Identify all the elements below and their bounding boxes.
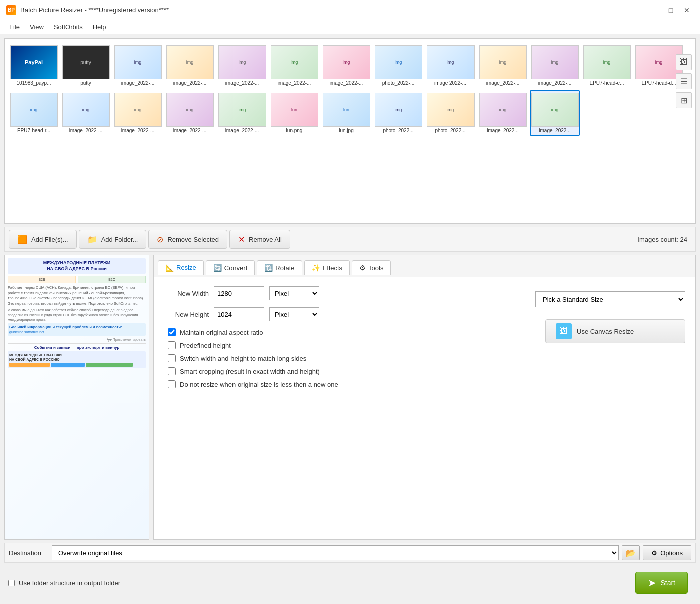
smart-cropping-row: Smart cropping (result in exact width an…: [164, 367, 520, 375]
thumbnail-item[interactable]: imgimage_2022-...: [165, 90, 215, 136]
tab-effects[interactable]: ✨ Effects: [304, 260, 350, 275]
menu-view[interactable]: View: [25, 22, 49, 32]
destination-folder-button[interactable]: 📂: [622, 545, 640, 560]
thumbnail-item[interactable]: imgimage_2022-...: [530, 43, 580, 88]
menu-softorbits[interactable]: SoftOrbits: [49, 22, 88, 32]
standard-size-select[interactable]: Pick a Standard Size 640x480 800x600 102…: [535, 291, 685, 307]
thumbnail-item[interactable]: imgimage_2022-...: [113, 43, 163, 88]
destination-select[interactable]: Overwrite original files Save to folder …: [52, 545, 619, 560]
thumbnail-item[interactable]: imgimage_2022-...: [217, 90, 267, 136]
use-folder-structure-checkbox[interactable]: [8, 580, 15, 586]
rotate-tab-icon: 🔃: [264, 264, 273, 272]
menu-file[interactable]: File: [4, 22, 25, 32]
remove-selected-icon: ⊘: [157, 235, 163, 244]
add-files-icon: 🟧: [17, 235, 27, 244]
width-unit-select[interactable]: Pixel Percent Inch Cm: [269, 286, 319, 300]
thumbnail-item[interactable]: imgimage_2022...: [478, 90, 528, 136]
close-button[interactable]: ✕: [680, 3, 694, 17]
start-button[interactable]: ➤ Start: [635, 572, 688, 594]
options-button[interactable]: ⚙ Options: [643, 545, 691, 560]
new-height-input[interactable]: [214, 307, 264, 321]
new-width-input[interactable]: [214, 286, 264, 300]
table-view-button[interactable]: ⊞: [676, 92, 692, 108]
smart-cropping-checkbox[interactable]: [168, 367, 176, 375]
thumbnail-item[interactable]: imgimage_2022...: [530, 90, 580, 136]
gallery-view-button[interactable]: 🖼: [676, 54, 692, 70]
effects-tab-icon: ✨: [312, 264, 320, 272]
preview-content: МЕЖДУНАРОДНЫЕ ПЛАТЕЖИНА СВОЙ АДРЕС В Рос…: [5, 255, 149, 539]
title-bar-text: Batch Picture Resizer - ****Unregistered…: [20, 6, 644, 14]
thumbnail-item[interactable]: imgEPU7-head-r...: [9, 90, 59, 136]
new-height-row: New Height Pixel Percent Inch Cm: [164, 307, 520, 321]
right-sidebar: 🖼 ☰ ⊞: [676, 54, 692, 108]
maintain-aspect-checkbox[interactable]: [168, 328, 176, 336]
thumbnail-item[interactable]: imgimage_2022-...: [321, 43, 371, 88]
main-container: PayPal101983_payp...puttyputtyimgimage_2…: [0, 34, 700, 604]
resize-tab-icon: 📐: [165, 264, 174, 272]
add-files-button[interactable]: 🟧 Add File(s)...: [9, 230, 77, 249]
tab-resize[interactable]: 📐 Resize: [158, 260, 204, 275]
title-bar-controls: — □ ✕: [648, 3, 694, 17]
app-icon: BP: [6, 5, 16, 15]
thumbnail-item[interactable]: puttyputty: [61, 43, 111, 88]
convert-tab-icon: 🔄: [213, 264, 222, 272]
thumbnail-item[interactable]: imgimage 2022-...: [425, 43, 476, 88]
predefined-height-checkbox[interactable]: [168, 341, 176, 349]
title-bar: BP Batch Picture Resizer - ****Unregiste…: [0, 0, 700, 20]
predefined-height-label: Predefined height: [180, 342, 231, 349]
thumbnail-item[interactable]: imgimage_2022-...: [478, 43, 528, 88]
thumbnail-item[interactable]: imgimage_2022-...: [165, 43, 215, 88]
thumbnail-item[interactable]: PayPal101983_payp...: [9, 43, 59, 88]
remove-selected-button[interactable]: ⊘ Remove Selected: [148, 230, 227, 249]
maximize-button[interactable]: □: [664, 3, 678, 17]
form-left: New Width Pixel Percent Inch Cm New He: [164, 286, 520, 393]
thumbnail-item[interactable]: imgEPU7-head-e...: [582, 43, 632, 88]
footer-row2: Use folder structure in output folder ➤ …: [4, 566, 696, 600]
height-unit-select[interactable]: Pixel Percent Inch Cm: [269, 307, 319, 321]
menu-help[interactable]: Help: [88, 22, 111, 32]
destination-label: Destination: [9, 549, 49, 557]
use-folder-structure-label: Use folder structure in output folder: [19, 579, 120, 587]
predefined-height-row: Predefined height: [164, 341, 520, 349]
tools-tab-icon: ⚙: [359, 264, 366, 272]
destination-row: Destination Overwrite original files Sav…: [4, 543, 696, 563]
new-width-label: New Width: [164, 290, 209, 297]
form-right: Pick a Standard Size 640x480 800x600 102…: [530, 286, 685, 393]
add-folder-button[interactable]: 📁 Add Folder...: [79, 230, 147, 249]
canvas-resize-icon: 🖼: [556, 323, 572, 339]
thumbnail-item[interactable]: imgimage_2022-...: [217, 43, 267, 88]
add-folder-icon: 📁: [87, 235, 97, 244]
start-icon: ➤: [648, 577, 656, 589]
thumbnail-item[interactable]: imgimage_2022-...: [61, 90, 111, 136]
options-gear-icon: ⚙: [651, 549, 657, 557]
do-not-resize-checkbox[interactable]: [168, 380, 176, 388]
thumbnail-item[interactable]: imgimage_2022-...: [269, 43, 319, 88]
thumbnail-item[interactable]: imgimage_2022-...: [113, 90, 163, 136]
footer-area: Destination Overwrite original files Sav…: [4, 543, 696, 600]
thumbnail-item[interactable]: lunlun.jpg: [321, 90, 371, 136]
image-gallery[interactable]: PayPal101983_payp...puttyputtyimgimage_2…: [4, 38, 696, 224]
list-view-button[interactable]: ☰: [676, 73, 692, 89]
new-height-label: New Height: [164, 311, 209, 318]
folder-icon: 📂: [626, 548, 636, 558]
tab-convert[interactable]: 🔄 Convert: [206, 260, 255, 275]
standard-size-row: Pick a Standard Size 640x480 800x600 102…: [530, 291, 685, 307]
thumbnail-item[interactable]: imgphoto_2022-...: [373, 43, 423, 88]
thumbnail-item[interactable]: imgphoto_2022...: [425, 90, 476, 136]
remove-all-icon: ✕: [238, 235, 245, 244]
thumbnail-item[interactable]: imgphoto_2022...: [373, 90, 423, 136]
canvas-resize-button[interactable]: 🖼 Use Canvas Resize: [545, 319, 685, 343]
remove-all-button[interactable]: ✕ Remove All: [229, 230, 290, 249]
options-panel: 📐 Resize 🔄 Convert 🔃 Rotate ✨ Effects ⚙: [153, 255, 696, 540]
minimize-button[interactable]: —: [648, 3, 662, 17]
switch-width-height-row: Switch width and height to match long si…: [164, 354, 520, 362]
toolbar: 🟧 Add File(s)... 📁 Add Folder... ⊘ Remov…: [4, 227, 696, 252]
tab-tools[interactable]: ⚙ Tools: [352, 260, 391, 275]
menu-bar: File View SoftOrbits Help: [0, 20, 700, 34]
tab-rotate[interactable]: 🔃 Rotate: [257, 260, 302, 275]
tabs-bar: 📐 Resize 🔄 Convert 🔃 Rotate ✨ Effects ⚙: [154, 255, 695, 277]
images-count: Images count: 24: [637, 236, 691, 243]
switch-width-height-checkbox[interactable]: [168, 354, 176, 362]
new-width-row: New Width Pixel Percent Inch Cm: [164, 286, 520, 300]
thumbnail-item[interactable]: lunlun.png: [269, 90, 319, 136]
